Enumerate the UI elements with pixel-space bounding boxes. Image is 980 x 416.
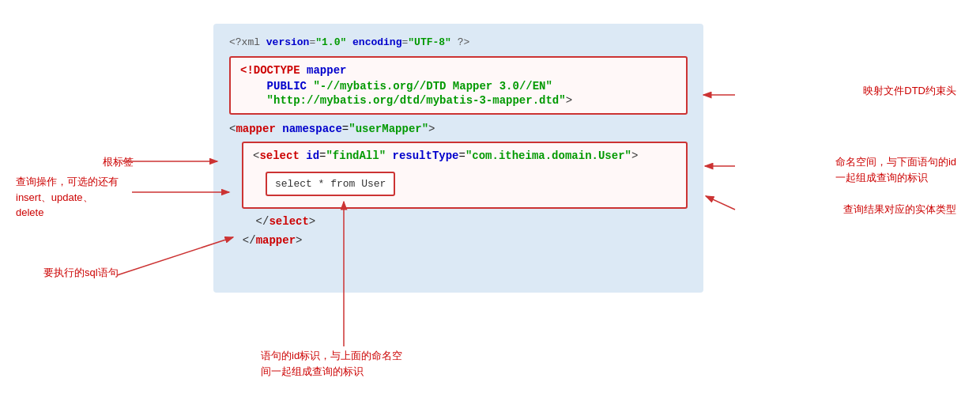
- svg-line-4: [706, 196, 735, 210]
- public-keyword: PUBLIC: [267, 80, 307, 93]
- version-attr: version: [266, 36, 310, 48]
- close-select-line: </select>: [229, 215, 688, 228]
- select-tag: select: [259, 149, 299, 162]
- close-map-bracket1: </: [243, 234, 256, 247]
- result-type-label: 查询结果对应的实体类型: [843, 202, 956, 217]
- mapper-keyword: mapper: [307, 64, 346, 77]
- main-container: <?xml version="1.0" encoding="UTF-8" ?> …: [0, 0, 980, 416]
- sel-close-bracket: >: [631, 149, 638, 162]
- query-ops-label: 查询操作，可选的还有 insert、update、 delete: [16, 174, 119, 221]
- close-sel-bracket2: >: [309, 215, 315, 228]
- mapper-open-line: <mapper namespace="userMapper">: [229, 123, 688, 135]
- doctype-line3: "http://mybatis.org/dtd/mybatis-3-mapper…: [240, 94, 677, 107]
- close-map-tag: mapper: [256, 234, 296, 247]
- doctype-line2: PUBLIC "-//mybatis.org//DTD Mapper 3.0//…: [240, 80, 677, 93]
- code-area: <?xml version="1.0" encoding="UTF-8" ?> …: [213, 24, 703, 293]
- doctype-keyword: <!DOCTYPE: [240, 64, 300, 77]
- doctype-line1: <!DOCTYPE mapper: [240, 64, 677, 77]
- prolog-prefix: <?xml: [229, 36, 266, 48]
- namespace-attr: namespace: [282, 123, 342, 135]
- id-label: 语句的id标识，与上面的命名空 间一起组成查询的标识: [261, 348, 402, 379]
- result-type-val: "com.itheima.domain.User": [466, 149, 631, 162]
- namespace-label: 命名空间，与下面语句的id 一起组成查询的标识: [835, 154, 956, 185]
- tag-close-bracket: >: [428, 123, 435, 135]
- doctype-close: >: [566, 94, 572, 107]
- close-sel-bracket1: </: [256, 215, 270, 228]
- rt-eq: =: [459, 149, 466, 162]
- close-mapper-line: </mapper>: [229, 234, 688, 247]
- root-tag-label: 根标签: [103, 154, 134, 170]
- encoding-attr: encoding: [346, 36, 401, 48]
- xml-prolog: <?xml version="1.0" encoding="UTF-8" ?>: [229, 36, 688, 48]
- close-map-bracket2: >: [296, 234, 302, 247]
- encoding-val: "UTF-8": [408, 36, 451, 48]
- select-box: <select id="findAll" resultType="com.ith…: [242, 142, 688, 209]
- sql-box: select * from User: [266, 172, 395, 196]
- sql-body-line: select * from User: [253, 167, 677, 201]
- prolog-suffix: ?>: [451, 36, 469, 48]
- select-open-line: <select id="findAll" resultType="com.ith…: [253, 149, 677, 162]
- dtd-label: 映射文件DTD约束头: [863, 83, 956, 99]
- result-type-attr: resultType: [392, 149, 458, 162]
- mapper-tag: mapper: [236, 123, 275, 135]
- version-val: "1.0": [315, 36, 346, 48]
- dtd-url: "http://mybatis.org/dtd/mybatis-3-mapper…: [267, 94, 566, 107]
- namespace-val: "userMapper": [349, 123, 428, 135]
- close-sel-tag: select: [269, 215, 308, 228]
- id-attr: id: [306, 149, 319, 162]
- id-val: "findAll": [326, 149, 386, 162]
- doctype-box: <!DOCTYPE mapper PUBLIC "-//mybatis.org/…: [229, 56, 688, 115]
- ns-eq: =: [342, 123, 349, 135]
- public-dtd-id: "-//mybatis.org//DTD Mapper 3.0//EN": [313, 80, 552, 93]
- sql-label: 要执行的sql语句: [43, 265, 119, 281]
